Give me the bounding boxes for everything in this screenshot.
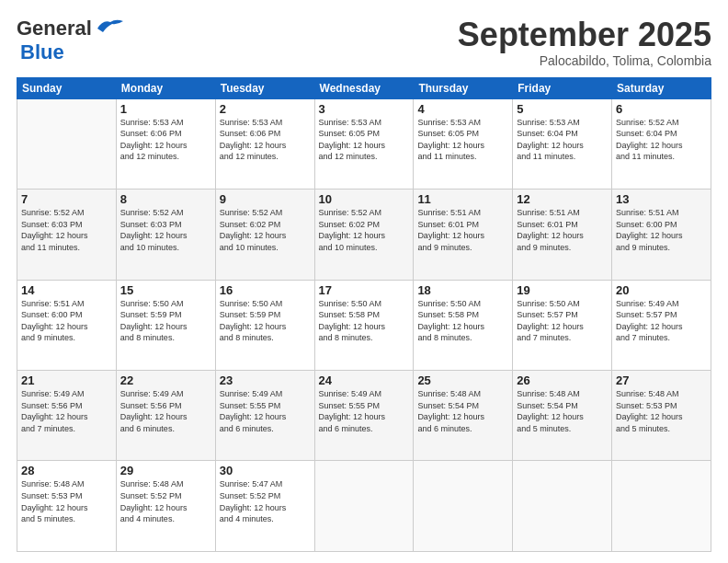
calendar-cell: 11Sunrise: 5:51 AM Sunset: 6:01 PM Dayli…: [414, 190, 513, 280]
calendar-cell: 13Sunrise: 5:51 AM Sunset: 6:00 PM Dayli…: [612, 190, 711, 280]
day-info: Sunrise: 5:51 AM Sunset: 6:01 PM Dayligh…: [417, 207, 508, 253]
day-number: 2: [220, 102, 311, 116]
title-block: September 2025 Palocabildo, Tolima, Colo…: [458, 17, 711, 68]
day-info: Sunrise: 5:53 AM Sunset: 6:04 PM Dayligh…: [517, 117, 608, 163]
day-number: 21: [21, 373, 112, 387]
calendar-cell: 12Sunrise: 5:51 AM Sunset: 6:01 PM Dayli…: [513, 190, 612, 280]
day-info: Sunrise: 5:49 AM Sunset: 5:56 PM Dayligh…: [21, 388, 112, 434]
calendar-week-row: 7Sunrise: 5:52 AM Sunset: 6:03 PM Daylig…: [17, 190, 711, 280]
day-info: Sunrise: 5:52 AM Sunset: 6:02 PM Dayligh…: [220, 207, 311, 253]
calendar-cell: 1Sunrise: 5:53 AM Sunset: 6:06 PM Daylig…: [116, 98, 215, 189]
calendar-cell: 2Sunrise: 5:53 AM Sunset: 6:06 PM Daylig…: [215, 98, 314, 189]
day-info: Sunrise: 5:52 AM Sunset: 6:04 PM Dayligh…: [616, 117, 707, 163]
day-number: 22: [120, 373, 211, 387]
calendar-cell: 28Sunrise: 5:48 AM Sunset: 5:53 PM Dayli…: [17, 461, 117, 552]
day-number: 8: [120, 192, 211, 206]
weekday-header-sunday: Sunday: [17, 77, 117, 98]
calendar-body: 1Sunrise: 5:53 AM Sunset: 6:06 PM Daylig…: [17, 98, 711, 551]
calendar-cell: 26Sunrise: 5:48 AM Sunset: 5:54 PM Dayli…: [513, 371, 612, 461]
day-number: 4: [417, 102, 508, 116]
day-info: Sunrise: 5:48 AM Sunset: 5:54 PM Dayligh…: [517, 388, 608, 434]
calendar-cell: 25Sunrise: 5:48 AM Sunset: 5:54 PM Dayli…: [414, 371, 513, 461]
calendar-cell: 30Sunrise: 5:47 AM Sunset: 5:52 PM Dayli…: [215, 461, 314, 552]
page: General Blue September 2025 Palocabildo,…: [0, 0, 728, 563]
day-number: 16: [220, 283, 311, 297]
day-number: 12: [517, 192, 608, 206]
calendar-cell: [513, 461, 612, 552]
day-number: 23: [220, 373, 311, 387]
day-info: Sunrise: 5:52 AM Sunset: 6:03 PM Dayligh…: [21, 207, 112, 253]
day-number: 15: [120, 283, 211, 297]
weekday-header-monday: Monday: [116, 77, 215, 98]
day-number: 29: [120, 464, 211, 477]
day-info: Sunrise: 5:53 AM Sunset: 6:05 PM Dayligh…: [319, 117, 410, 163]
calendar-cell: 17Sunrise: 5:50 AM Sunset: 5:58 PM Dayli…: [314, 280, 414, 370]
calendar-week-row: 14Sunrise: 5:51 AM Sunset: 6:00 PM Dayli…: [17, 280, 711, 370]
day-info: Sunrise: 5:49 AM Sunset: 5:57 PM Dayligh…: [616, 298, 707, 344]
calendar-cell: 23Sunrise: 5:49 AM Sunset: 5:55 PM Dayli…: [215, 371, 314, 461]
calendar-cell: 3Sunrise: 5:53 AM Sunset: 6:05 PM Daylig…: [314, 98, 414, 189]
day-number: 5: [517, 102, 608, 116]
calendar-cell: 27Sunrise: 5:48 AM Sunset: 5:53 PM Dayli…: [612, 371, 711, 461]
day-number: 14: [21, 283, 112, 297]
day-info: Sunrise: 5:51 AM Sunset: 6:00 PM Dayligh…: [616, 207, 707, 253]
day-number: 19: [517, 283, 608, 297]
day-number: 9: [220, 192, 311, 206]
day-number: 17: [319, 283, 410, 297]
header: General Blue September 2025 Palocabildo,…: [17, 17, 711, 68]
day-info: Sunrise: 5:48 AM Sunset: 5:52 PM Dayligh…: [120, 478, 211, 524]
logo-general-text: General: [17, 17, 92, 40]
day-info: Sunrise: 5:48 AM Sunset: 5:53 PM Dayligh…: [21, 478, 112, 524]
calendar-cell: 15Sunrise: 5:50 AM Sunset: 5:59 PM Dayli…: [116, 280, 215, 370]
calendar-cell: 22Sunrise: 5:49 AM Sunset: 5:56 PM Dayli…: [116, 371, 215, 461]
day-number: 30: [220, 464, 311, 477]
calendar-cell: [612, 461, 711, 552]
calendar-cell: 4Sunrise: 5:53 AM Sunset: 6:05 PM Daylig…: [414, 98, 513, 189]
day-info: Sunrise: 5:53 AM Sunset: 6:06 PM Dayligh…: [220, 117, 311, 163]
day-info: Sunrise: 5:50 AM Sunset: 5:58 PM Dayligh…: [417, 298, 508, 344]
calendar-cell: [17, 98, 117, 189]
calendar-cell: 18Sunrise: 5:50 AM Sunset: 5:58 PM Dayli…: [414, 280, 513, 370]
day-number: 26: [517, 373, 608, 387]
weekday-header-friday: Friday: [513, 77, 612, 98]
day-number: 1: [120, 102, 211, 116]
day-number: 28: [21, 464, 112, 477]
day-number: 24: [319, 373, 410, 387]
calendar-cell: 7Sunrise: 5:52 AM Sunset: 6:03 PM Daylig…: [17, 190, 117, 280]
calendar-cell: 6Sunrise: 5:52 AM Sunset: 6:04 PM Daylig…: [612, 98, 711, 189]
calendar-cell: 10Sunrise: 5:52 AM Sunset: 6:02 PM Dayli…: [314, 190, 414, 280]
calendar-cell: [314, 461, 414, 552]
calendar-cell: 14Sunrise: 5:51 AM Sunset: 6:00 PM Dayli…: [17, 280, 117, 370]
calendar-cell: 19Sunrise: 5:50 AM Sunset: 5:57 PM Dayli…: [513, 280, 612, 370]
day-info: Sunrise: 5:48 AM Sunset: 5:54 PM Dayligh…: [417, 388, 508, 434]
calendar-cell: 24Sunrise: 5:49 AM Sunset: 5:55 PM Dayli…: [314, 371, 414, 461]
calendar-table: SundayMondayTuesdayWednesdayThursdayFrid…: [17, 77, 711, 552]
weekday-header-saturday: Saturday: [612, 77, 711, 98]
day-info: Sunrise: 5:47 AM Sunset: 5:52 PM Dayligh…: [220, 478, 311, 524]
calendar-cell: 29Sunrise: 5:48 AM Sunset: 5:52 PM Dayli…: [116, 461, 215, 552]
logo: General Blue: [17, 17, 125, 64]
location-subtitle: Palocabildo, Tolima, Colombia: [458, 53, 711, 68]
day-info: Sunrise: 5:50 AM Sunset: 5:57 PM Dayligh…: [517, 298, 608, 344]
calendar-cell: 20Sunrise: 5:49 AM Sunset: 5:57 PM Dayli…: [612, 280, 711, 370]
day-info: Sunrise: 5:49 AM Sunset: 5:55 PM Dayligh…: [319, 388, 410, 434]
day-number: 7: [21, 192, 112, 206]
month-title: September 2025: [458, 17, 711, 53]
calendar-week-row: 28Sunrise: 5:48 AM Sunset: 5:53 PM Dayli…: [17, 461, 711, 552]
logo-blue-text: Blue: [20, 40, 64, 63]
calendar-cell: 16Sunrise: 5:50 AM Sunset: 5:59 PM Dayli…: [215, 280, 314, 370]
logo-bird-icon: [96, 17, 125, 36]
day-number: 6: [616, 102, 707, 116]
weekday-header-wednesday: Wednesday: [314, 77, 414, 98]
day-info: Sunrise: 5:50 AM Sunset: 5:59 PM Dayligh…: [220, 298, 311, 344]
day-info: Sunrise: 5:51 AM Sunset: 6:00 PM Dayligh…: [21, 298, 112, 344]
day-info: Sunrise: 5:51 AM Sunset: 6:01 PM Dayligh…: [517, 207, 608, 253]
calendar-cell: 9Sunrise: 5:52 AM Sunset: 6:02 PM Daylig…: [215, 190, 314, 280]
day-number: 25: [417, 373, 508, 387]
day-number: 13: [616, 192, 707, 206]
day-info: Sunrise: 5:53 AM Sunset: 6:05 PM Dayligh…: [417, 117, 508, 163]
day-number: 11: [417, 192, 508, 206]
calendar-cell: [414, 461, 513, 552]
day-info: Sunrise: 5:50 AM Sunset: 5:59 PM Dayligh…: [120, 298, 211, 344]
day-info: Sunrise: 5:49 AM Sunset: 5:55 PM Dayligh…: [220, 388, 311, 434]
